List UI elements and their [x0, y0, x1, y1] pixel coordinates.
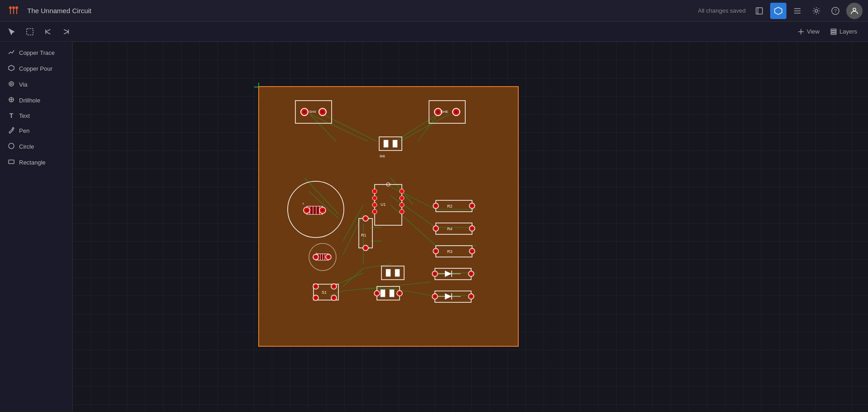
svg-point-164: [470, 273, 472, 275]
user-avatar[interactable]: [846, 3, 863, 19]
list-icon-btn[interactable]: [789, 3, 805, 19]
pcb-board[interactable]: SH4 GHE ⊞⊞: [258, 86, 519, 347]
via-icon: [7, 80, 15, 89]
save-status: All changes saved: [698, 7, 746, 14]
svg-rect-175: [381, 290, 385, 297]
svg-point-74: [321, 111, 324, 113]
svg-point-125: [315, 256, 317, 258]
svg-point-31: [9, 143, 14, 149]
svg-point-94: [306, 209, 308, 212]
svg-rect-115: [386, 269, 391, 276]
svg-point-78: [437, 111, 439, 113]
canvas-area[interactable]: SH4 GHE ⊞⊞: [72, 42, 868, 412]
svg-rect-16: [27, 29, 33, 35]
copper-pour-icon: [7, 64, 15, 73]
svg-point-15: [853, 8, 856, 11]
svg-point-127: [328, 256, 329, 258]
svg-rect-150: [436, 246, 472, 257]
svg-rect-138: [436, 200, 472, 212]
svg-point-137: [333, 297, 335, 299]
toolbar2: View Layers: [0, 22, 868, 42]
sidebar-item-circle[interactable]: Circle: [3, 139, 69, 154]
svg-text:R2: R2: [447, 204, 453, 208]
svg-point-1: [12, 6, 15, 9]
svg-rect-83: [384, 140, 388, 147]
svg-text:R3: R3: [447, 249, 453, 254]
select-tool[interactable]: [22, 24, 38, 40]
svg-line-36: [323, 114, 377, 141]
svg-point-108: [372, 209, 377, 214]
app-logo: [5, 3, 22, 19]
svg-line-43: [391, 196, 436, 228]
svg-point-72: [303, 111, 306, 113]
svg-point-171: [434, 296, 436, 297]
svg-point-149: [471, 228, 473, 229]
svg-line-69: [343, 268, 363, 286]
sidebar-item-rectangle[interactable]: Rectangle: [3, 155, 69, 170]
svg-rect-176: [390, 290, 394, 297]
app-title: The Unnamed Circuit: [27, 7, 692, 15]
sidebar-item-copper-trace[interactable]: Copper Trace: [3, 45, 69, 60]
svg-text:+: +: [302, 202, 304, 206]
view-button[interactable]: View: [794, 26, 823, 37]
svg-line-35: [310, 114, 368, 141]
svg-point-173: [470, 296, 472, 297]
svg-point-96: [322, 209, 324, 212]
next-tool[interactable]: [58, 24, 74, 40]
prev-tool[interactable]: [40, 24, 56, 40]
svg-point-143: [471, 205, 473, 207]
svg-text:U1: U1: [381, 202, 386, 207]
cursor-tool[interactable]: [4, 24, 20, 40]
sidebar-item-via[interactable]: Via: [3, 77, 69, 92]
svg-point-153: [435, 250, 437, 252]
layers-button[interactable]: Layers: [827, 26, 861, 37]
svg-marker-166: [445, 293, 452, 300]
svg-point-2: [15, 6, 18, 9]
svg-point-26: [9, 82, 14, 86]
svg-marker-157: [445, 271, 452, 277]
svg-point-100: [365, 218, 366, 219]
svg-point-111: [400, 203, 404, 207]
svg-point-0: [9, 6, 12, 9]
sidebar-item-pen[interactable]: Pen: [3, 123, 69, 138]
svg-point-133: [333, 286, 335, 287]
svg-point-106: [372, 196, 377, 200]
svg-text:?: ?: [834, 9, 837, 14]
svg-point-131: [315, 286, 317, 287]
svg-rect-114: [381, 266, 404, 280]
sidebar-item-drillhole[interactable]: Drillhole: [3, 93, 69, 108]
svg-line-46: [343, 214, 363, 255]
settings-icon-btn[interactable]: [808, 3, 825, 19]
svg-text:GHE: GHE: [440, 110, 448, 114]
copper-trace-icon: [7, 48, 15, 57]
topbar-icons: ?: [751, 3, 863, 19]
svg-rect-116: [395, 269, 400, 276]
svg-line-45: [343, 205, 363, 241]
circle-icon: [7, 142, 15, 151]
resize-icon-btn[interactable]: [751, 3, 767, 19]
svg-rect-6: [756, 8, 762, 14]
svg-text:S1: S1: [322, 290, 327, 295]
sidebar-item-copper-pour[interactable]: Copper Pour: [3, 61, 69, 76]
svg-point-110: [400, 196, 404, 200]
sidebar-item-text[interactable]: T Text: [3, 109, 69, 122]
topbar: The Unnamed Circuit All changes saved: [0, 0, 868, 22]
rectangle-icon: [7, 158, 15, 167]
svg-point-178: [376, 292, 378, 294]
svg-rect-22: [831, 29, 836, 30]
svg-point-141: [435, 205, 437, 207]
svg-point-155: [471, 250, 473, 252]
help-icon-btn[interactable]: ?: [827, 3, 844, 19]
svg-line-68: [329, 291, 343, 296]
svg-rect-144: [436, 223, 472, 234]
view-layers-group: View Layers: [794, 26, 861, 37]
svg-point-135: [315, 297, 317, 299]
svg-point-27: [10, 83, 12, 85]
svg-rect-24: [831, 33, 836, 34]
pen-icon: [7, 126, 15, 135]
svg-point-109: [400, 189, 404, 194]
text-icon: T: [7, 112, 15, 119]
pcb-icon-btn[interactable]: [770, 3, 786, 19]
svg-text:R4: R4: [447, 227, 453, 231]
svg-point-147: [435, 228, 437, 229]
